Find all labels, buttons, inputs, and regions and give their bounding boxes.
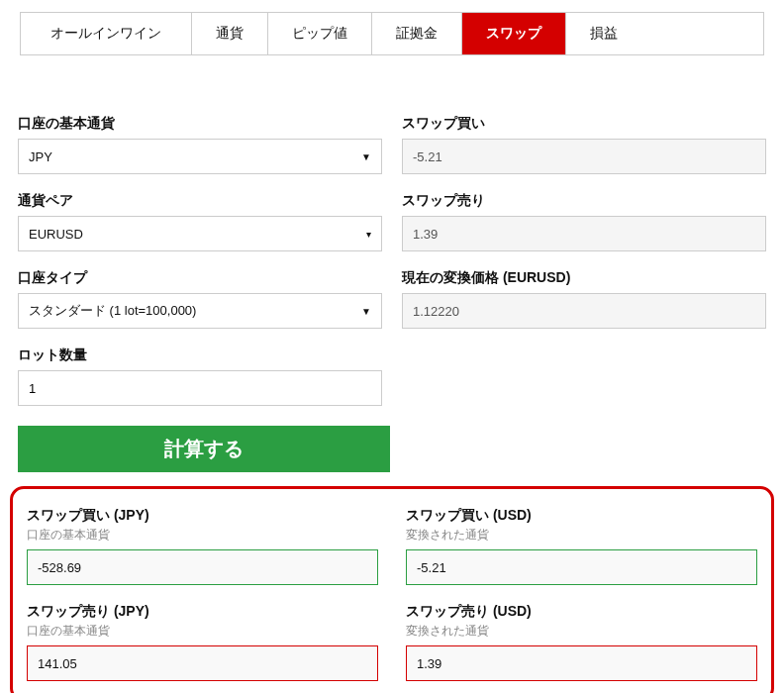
tab-profit-loss[interactable]: 損益 — [566, 13, 641, 54]
conv-price-value: 1.12220 — [413, 304, 459, 319]
chevron-down-icon: ▾ — [366, 229, 371, 240]
tab-currency[interactable]: 通貨 — [192, 13, 268, 54]
result-sell-jpy-value: 141.05 — [27, 645, 378, 681]
result-buy-jpy-label: スワップ買い (JPY) — [27, 507, 378, 525]
result-buy-usd-label: スワップ買い (USD) — [406, 507, 757, 525]
result-sell-usd-label: スワップ売り (USD) — [406, 603, 757, 621]
result-buy-jpy-value: -528.69 — [27, 549, 378, 585]
result-buy-jpy-sub: 口座の基本通貨 — [27, 527, 378, 544]
conv-price-field: 1.12220 — [402, 293, 766, 329]
swap-sell-value: 1.39 — [413, 227, 438, 242]
swap-buy-value: -5.21 — [413, 149, 442, 164]
chevron-down-icon: ▼ — [361, 151, 371, 162]
swap-sell-label: スワップ売り — [402, 192, 766, 210]
base-currency-select[interactable]: JPY ▼ — [18, 139, 382, 174]
result-buy-usd-value: -5.21 — [406, 549, 757, 585]
base-currency-label: 口座の基本通貨 — [18, 115, 382, 133]
account-type-label: 口座タイプ — [18, 269, 382, 287]
result-sell-jpy-label: スワップ売り (JPY) — [27, 603, 378, 621]
tab-pip-value[interactable]: ピップ値 — [268, 13, 372, 54]
swap-buy-field: -5.21 — [402, 139, 766, 174]
tab-all-in-one[interactable]: オールインワイン — [21, 13, 192, 54]
swap-sell-field: 1.39 — [402, 216, 766, 251]
conv-price-label: 現在の変換価格 (EURUSD) — [402, 269, 766, 287]
tab-bar: オールインワイン 通貨 ピップ値 証拠金 スワップ 損益 — [20, 12, 764, 55]
calculate-button[interactable]: 計算する — [18, 426, 390, 472]
result-sell-usd-sub: 変換された通貨 — [406, 623, 757, 640]
result-buy-usd-sub: 変換された通貨 — [406, 527, 757, 544]
lots-label: ロット数量 — [18, 346, 382, 364]
tab-swap[interactable]: スワップ — [462, 13, 566, 54]
chevron-down-icon: ▼ — [361, 306, 371, 317]
pair-label: 通貨ペア — [18, 192, 382, 210]
pair-select[interactable]: EURUSD ▾ — [18, 216, 382, 251]
pair-value: EURUSD — [29, 227, 83, 242]
result-sell-usd-value: 1.39 — [406, 645, 757, 681]
swap-buy-label: スワップ買い — [402, 115, 766, 133]
results-panel: スワップ買い (JPY) 口座の基本通貨 -528.69 スワップ売り (JPY… — [10, 486, 774, 693]
account-type-select[interactable]: スタンダード (1 lot=100,000) ▼ — [18, 293, 382, 329]
result-sell-jpy-sub: 口座の基本通貨 — [27, 623, 378, 640]
account-type-value: スタンダード (1 lot=100,000) — [29, 302, 196, 320]
base-currency-value: JPY — [29, 149, 52, 164]
lots-input[interactable] — [18, 370, 382, 406]
tab-margin[interactable]: 証拠金 — [372, 13, 462, 54]
